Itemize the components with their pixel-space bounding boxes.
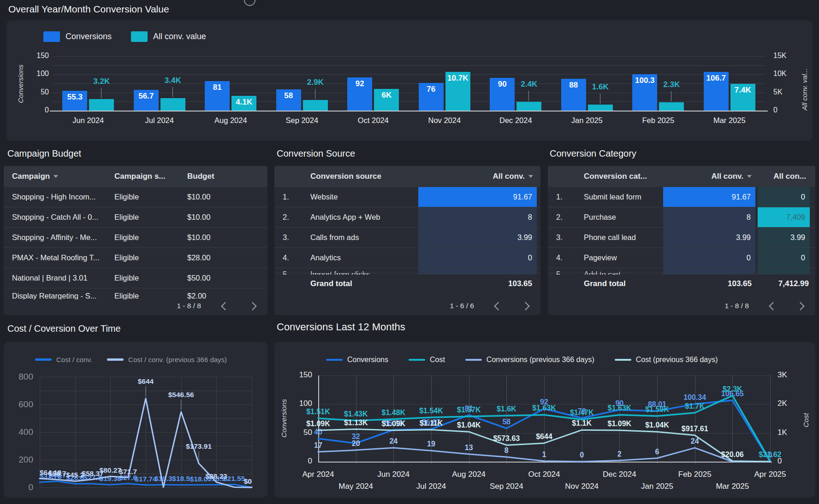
grand-total-value: 103.65 — [508, 273, 532, 294]
left-axis-title: Conversions — [17, 64, 24, 103]
point-label: 2 — [617, 450, 622, 458]
grid-line — [53, 65, 765, 66]
bar-label-all-conv-value: 2.4K — [510, 80, 548, 89]
grand-total-row: Grand total 103.65 7,412.99 — [548, 273, 815, 294]
legend-swatch-conversions — [43, 31, 60, 42]
point-label: $1.7K — [685, 402, 705, 410]
previous-page-icon[interactable] — [494, 302, 502, 310]
table-row: 4.Pageview00 — [548, 248, 815, 268]
point-label: 17 — [314, 441, 322, 449]
x-axis-label: Jan 2025 — [555, 116, 619, 125]
column-header-campaign[interactable]: Campaign — [12, 166, 58, 187]
y-axis-tick-left: 100 — [287, 399, 312, 408]
cell-name: Purchase — [584, 207, 616, 227]
cell-value: 7,409 — [786, 207, 805, 227]
point-label: $19.3 — [154, 475, 172, 482]
point-label: $1.11K — [420, 419, 443, 427]
point-label: 40 — [314, 428, 322, 436]
sort-desc-icon — [528, 175, 533, 178]
column-header-conversion-category[interactable]: Conversion cat... — [584, 166, 647, 187]
conversions-12-months-plot: 403255.3356.67815892769088.01100.34106.6… — [318, 375, 770, 462]
campaign-budget-table: Campaign Campaign s... Budget Shopping -… — [4, 166, 267, 315]
point-label: 13 — [465, 444, 473, 451]
next-page-icon[interactable] — [521, 302, 529, 310]
bar-all-conv-value — [303, 100, 328, 111]
table-row: 4.Analytics0 — [274, 248, 540, 268]
table-row: 2.Analytics App + Web8 — [274, 207, 540, 228]
point-label: $18.5 — [172, 475, 190, 482]
column-header-campaign-status[interactable]: Campaign s... — [114, 166, 166, 187]
table-row: Shopping - Catch All - 0...Eligible$10.0… — [4, 207, 267, 228]
x-axis-label: Jul 2024 — [399, 482, 463, 491]
y-axis-tick: 0 — [10, 482, 33, 492]
bar-label-conversions: 81 — [205, 83, 230, 92]
table-footer: 1 - 8 / 8 — [548, 297, 815, 315]
legend-label-cost-prev: Cost (previous 366 days) — [636, 356, 718, 364]
point-label: $1.1K — [572, 419, 592, 427]
point-label: $38.23 — [206, 472, 228, 480]
point-label: 0 — [580, 451, 584, 459]
legend-swatch-conversions-prev — [465, 359, 482, 361]
next-page-icon[interactable] — [248, 302, 256, 310]
cell-value: 0 — [801, 248, 805, 268]
column-header-label: All conv. — [711, 172, 743, 181]
column-header-budget[interactable]: Budget — [187, 166, 214, 187]
row-index: 1. — [556, 187, 563, 207]
chart-legend: Conversions All conv. value — [43, 31, 206, 42]
value-cell: 3.99 — [663, 228, 755, 247]
table-header: Conversion source All conv. — [274, 166, 540, 187]
chart-legend: Conversions Cost Conversions (previous 3… — [326, 356, 718, 364]
value-cell: 0 — [758, 248, 810, 268]
bar-all-conv-value — [588, 105, 613, 111]
overall-conversion-chart-card: Conversions All conv. value Conversions … — [6, 20, 813, 141]
cell-value: 8 — [747, 207, 751, 227]
point-label: 24 — [691, 437, 699, 445]
next-page-icon[interactable] — [796, 302, 804, 310]
point-label: $80.27 — [100, 466, 121, 474]
label-pointer-line — [315, 89, 315, 99]
legend-swatch-cost-prev — [615, 359, 631, 361]
bar-all-conv-value — [516, 102, 541, 111]
campaign-budget-title: Campaign Budget — [7, 148, 81, 159]
value-cell: 91.67 — [418, 187, 537, 207]
column-header-all-conv[interactable]: All conv. — [493, 166, 533, 187]
cell-name: Analytics — [310, 248, 341, 268]
value-cell: 3.99 — [758, 228, 810, 247]
left-axis-title: Conversions — [280, 399, 288, 437]
cell-name: Pageview — [584, 248, 617, 268]
label-pointer-line — [172, 87, 173, 97]
table-body: 1.Website91.672.Analytics App + Web83.Ca… — [274, 187, 540, 275]
label-pointer-line — [101, 88, 101, 98]
value-cell: 8 — [418, 207, 537, 227]
conversions-12mo-title: Conversions Last 12 Months — [277, 321, 405, 333]
page-title: Overall Year/Month Conversion Value — [8, 4, 169, 15]
row-index: 2. — [283, 207, 289, 227]
point-label: $1.63K — [532, 404, 556, 412]
previous-page-icon[interactable] — [221, 302, 229, 310]
cell-budget: $10.00 — [187, 187, 210, 207]
table-header: Conversion cat... All conv. All con... — [548, 166, 815, 187]
column-header-all-conv-value[interactable]: All con... — [773, 166, 806, 187]
column-header-all-conv[interactable]: All conv. — [711, 166, 752, 187]
y-axis-tick-right: 0 — [773, 106, 796, 114]
y-axis-tick-left: 50 — [287, 428, 312, 437]
table-row: 2.Purchase87,409 — [548, 207, 815, 228]
grid-line — [53, 93, 765, 93]
dashboard-page: { "sections": { "overall": { "title": "O… — [0, 0, 819, 504]
point-label: $917.61 — [682, 425, 708, 433]
y-axis-tick-left: 150 — [29, 52, 49, 60]
cell-value: 3.99 — [736, 228, 751, 247]
grid-line — [53, 56, 765, 57]
column-header-conversion-source[interactable]: Conversion source — [310, 166, 381, 187]
y-axis-tick-left: 150 — [287, 370, 312, 380]
y-axis-tick-right: 3K — [777, 370, 798, 380]
point-label: $1.48K — [382, 409, 406, 416]
legend-swatch-cost-per-conv — [35, 358, 52, 361]
table-row: PMAX - Metal Roofing T...Eligible$28.00 — [4, 248, 267, 268]
cell-value: 3.99 — [517, 228, 532, 247]
point-label: $18.0 — [190, 475, 208, 483]
conversion-category-title: Conversion Category — [550, 148, 636, 159]
column-header-label: Campaign — [12, 172, 50, 181]
bar-label-conversions: 58 — [276, 91, 301, 100]
previous-page-icon[interactable] — [769, 302, 777, 310]
